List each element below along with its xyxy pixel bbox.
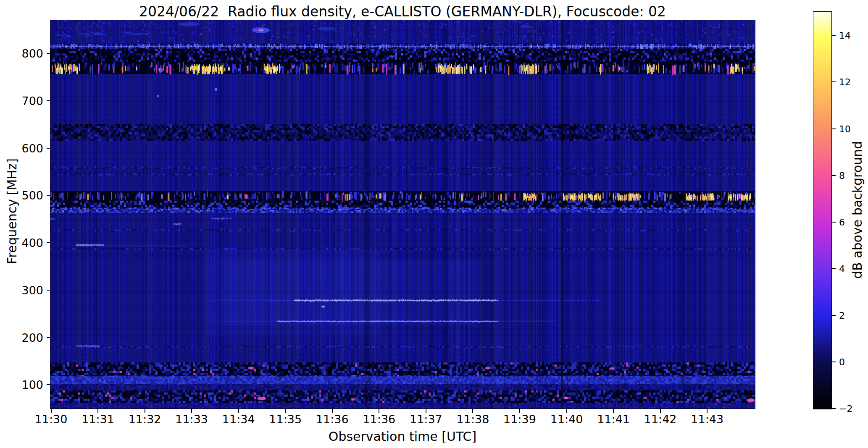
x-tick-label: 11:37: [410, 413, 442, 426]
x-tick-mark: [707, 409, 708, 413]
colorbar-tick-mark: [832, 128, 836, 129]
chart-title: 2024/06/22 Radio flux density, e-CALLIST…: [139, 3, 666, 20]
x-tick-mark: [566, 409, 567, 413]
colorbar-tick-label: 6: [839, 217, 845, 227]
y-tick-label: 200: [14, 331, 43, 344]
x-tick-label: 11:32: [129, 413, 161, 426]
y-tick-mark: [47, 195, 50, 196]
colorbar-tick-mark: [832, 81, 836, 82]
x-tick-label: 11:43: [691, 413, 723, 426]
figure: 2024/06/22 Radio flux density, e-CALLIST…: [0, 0, 868, 448]
colorbar-tick-label: 12: [839, 77, 851, 87]
y-tick-mark: [47, 100, 50, 101]
x-tick-mark: [285, 409, 286, 413]
x-tick-mark: [426, 409, 426, 413]
x-tick-label: 11:35: [269, 413, 302, 426]
x-tick-mark: [519, 409, 520, 413]
x-tick-mark: [51, 409, 52, 413]
x-tick-mark: [332, 409, 333, 413]
x-tick-label: 11:40: [550, 413, 583, 426]
x-tick-mark: [660, 409, 661, 413]
x-axis-label: Observation time [UTC]: [329, 429, 476, 444]
x-tick-mark: [379, 409, 379, 413]
x-tick-mark: [472, 409, 473, 413]
x-tick-label: 11:36: [316, 413, 349, 426]
x-tick-label: 11:30: [35, 413, 68, 426]
colorbar-tick-mark: [832, 268, 836, 269]
x-tick-label: 11:34: [222, 413, 255, 426]
x-tick-label: 11:42: [644, 413, 677, 426]
y-tick-label: 800: [14, 47, 43, 60]
colorbar: [813, 11, 832, 409]
x-tick-label: 11:36: [363, 413, 395, 426]
colorbar-tick-label: 4: [839, 263, 845, 274]
x-tick-mark: [145, 409, 145, 413]
colorbar-tick-label: −2: [839, 403, 852, 414]
colorbar-tick-label: 0: [839, 357, 845, 367]
x-tick-label: 11:39: [503, 413, 536, 426]
colorbar-tick-label: 10: [839, 123, 851, 134]
y-tick-mark: [47, 290, 50, 291]
x-tick-mark: [613, 409, 614, 413]
y-tick-label: 600: [14, 141, 43, 155]
colorbar-tick-label: 8: [839, 170, 845, 181]
x-tick-label: 11:31: [82, 413, 114, 426]
x-tick-label: 11:41: [597, 413, 630, 426]
colorbar-tick-label: 14: [839, 30, 851, 41]
colorbar-tick-mark: [832, 362, 836, 362]
y-axis-label: Frequency [MHz]: [5, 158, 19, 264]
x-tick-mark: [191, 409, 192, 413]
y-tick-mark: [47, 53, 50, 54]
spectrogram-plot: [50, 20, 755, 409]
y-tick-label: 100: [14, 378, 43, 391]
x-tick-label: 11:38: [457, 413, 489, 426]
y-tick-mark: [47, 148, 50, 149]
colorbar-tick-mark: [832, 408, 836, 409]
colorbar-tick-label: 2: [839, 310, 845, 321]
colorbar-tick-mark: [832, 175, 836, 176]
colorbar-label: dB above background: [850, 141, 865, 279]
y-tick-mark: [47, 337, 50, 338]
colorbar-tick-mark: [832, 35, 836, 36]
colorbar-tick-mark: [832, 315, 836, 316]
spectrogram-canvas: [50, 20, 755, 409]
y-tick-label: 300: [14, 283, 43, 296]
x-tick-mark: [238, 409, 239, 413]
y-tick-mark: [47, 384, 50, 385]
y-tick-label: 700: [14, 94, 43, 107]
x-tick-label: 11:33: [175, 413, 208, 426]
x-tick-mark: [97, 409, 98, 413]
colorbar-tick-mark: [832, 222, 836, 223]
y-tick-mark: [47, 242, 50, 243]
